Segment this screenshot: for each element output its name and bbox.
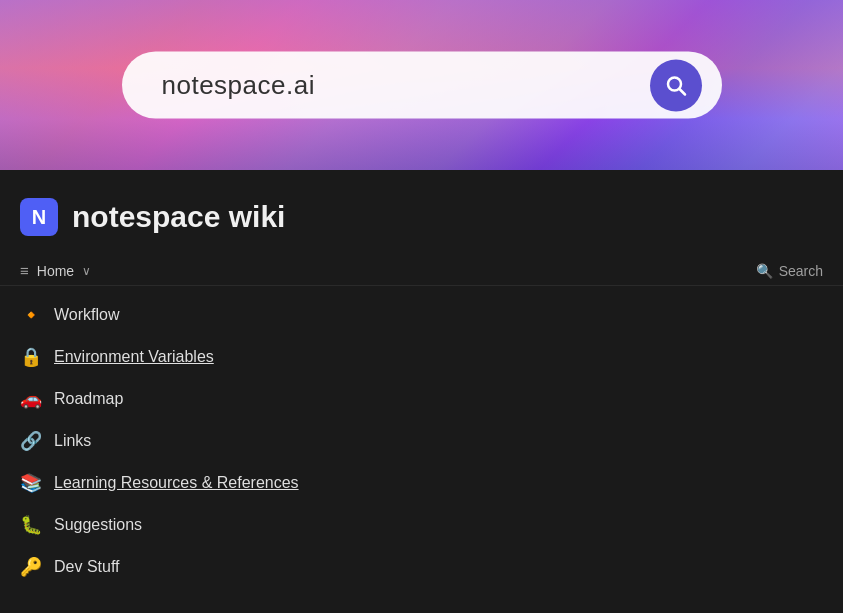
sidebar-item-env-vars[interactable]: 🔒Environment Variables [0, 336, 843, 378]
wiki-title: notespace wiki [72, 200, 285, 234]
sidebar-item-links[interactable]: 🔗Links [0, 420, 843, 462]
sidebar-item-label-workflow: Workflow [54, 306, 120, 324]
search-icon: 🔍 [756, 263, 773, 279]
sidebar-item-icon-dev-stuff: 🔑 [20, 556, 42, 578]
nav-chevron-icon: ∨ [82, 264, 91, 278]
sidebar-item-suggestions[interactable]: 🐛Suggestions [0, 504, 843, 546]
sidebar-item-icon-workflow: 🔸 [20, 304, 42, 326]
sidebar-item-workflow[interactable]: 🔸Workflow [0, 294, 843, 336]
sidebar-item-label-learning: Learning Resources & References [54, 474, 299, 492]
logo-letter: N [32, 206, 46, 229]
nav-home[interactable]: ≡ Home ∨ [20, 262, 91, 279]
sidebar-item-dev-stuff[interactable]: 🔑Dev Stuff [0, 546, 843, 588]
sidebar-item-icon-roadmap: 🚗 [20, 388, 42, 410]
sidebar-item-label-env-vars: Environment Variables [54, 348, 214, 366]
sidebar-item-icon-learning: 📚 [20, 472, 42, 494]
hero-search-container: notespace.ai [122, 52, 722, 119]
sidebar-item-icon-suggestions: 🐛 [20, 514, 42, 536]
nav-bar: ≡ Home ∨ 🔍 Search [0, 256, 843, 286]
sidebar-item-label-links: Links [54, 432, 91, 450]
hero-search-bar: notespace.ai [122, 52, 722, 119]
wiki-logo: N [20, 198, 58, 236]
sidebar-item-icon-links: 🔗 [20, 430, 42, 452]
sidebar-item-learning[interactable]: 📚Learning Resources & References [0, 462, 843, 504]
nav-home-label: Home [37, 263, 74, 279]
sidebar-item-label-suggestions: Suggestions [54, 516, 142, 534]
wiki-header: N notespace wiki [0, 170, 843, 256]
nav-search[interactable]: 🔍 Search [756, 263, 823, 279]
sidebar-item-label-dev-stuff: Dev Stuff [54, 558, 120, 576]
main-content: N notespace wiki ≡ Home ∨ 🔍 Search 🔸Work… [0, 170, 843, 596]
hero-site-name: notespace.ai [162, 70, 315, 100]
hero-search-icon[interactable] [650, 59, 702, 111]
nav-search-label: Search [779, 263, 823, 279]
home-list-icon: ≡ [20, 262, 29, 279]
sidebar-item-icon-env-vars: 🔒 [20, 346, 42, 368]
svg-line-1 [679, 89, 685, 95]
hero-banner: notespace.ai [0, 0, 843, 170]
sidebar-item-roadmap[interactable]: 🚗Roadmap [0, 378, 843, 420]
sidebar-item-label-roadmap: Roadmap [54, 390, 123, 408]
sidebar-nav: 🔸Workflow🔒Environment Variables🚗Roadmap🔗… [0, 286, 843, 596]
